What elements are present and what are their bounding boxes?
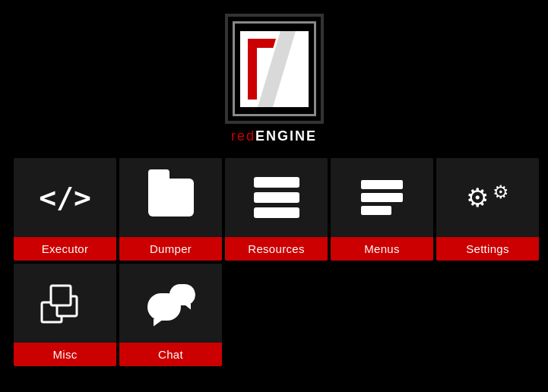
chat-button[interactable]: Chat [119,264,222,366]
logo-svg [236,27,312,111]
chat-icon-area [119,264,222,343]
misc-icon [40,283,90,324]
dumper-button[interactable]: Dumper [119,158,222,261]
chat-icon [146,283,195,324]
dumper-label: Dumper [119,237,222,261]
settings-icon-area: ⚙ ⚙ [436,158,539,237]
resources-label: Resources [225,237,328,261]
res-bar-2 [254,192,299,203]
resources-button[interactable]: Resources [225,158,328,261]
grid-container: </> Executor Dumper Resources [0,158,548,366]
logo-container: redENGINE [225,14,324,144]
resources-icon [254,177,299,218]
settings-button[interactable]: ⚙ ⚙ Settings [436,158,539,261]
svg-rect-9 [51,286,71,305]
bubble-small [169,284,195,305]
menus-button[interactable]: Menus [331,158,433,261]
misc-button[interactable]: Misc [14,264,116,366]
logo-red-text: red [231,128,255,144]
logo-inner [233,21,316,116]
logo-box [225,14,324,124]
executor-icon-area: </> [14,158,116,237]
res-bar-3 [254,207,299,218]
grid-row-1: </> Executor Dumper Resources [14,158,539,261]
chat-label: Chat [119,343,222,366]
executor-button[interactable]: </> Executor [14,158,116,261]
menus-icon-area [331,158,433,237]
logo-white-text: ENGINE [255,128,317,144]
settings-icon: ⚙ ⚙ [466,182,509,213]
executor-icon: </> [39,181,91,214]
misc-cubes-svg [40,283,90,324]
logo-text: redENGINE [231,128,317,144]
settings-label: Settings [436,237,539,261]
res-bar-1 [254,177,299,188]
gear-icon-large: ⚙ [466,182,489,213]
grid-row-2: Misc Chat [14,264,222,366]
menu-line-2 [361,193,403,202]
misc-icon-area [14,264,116,343]
menus-icon [361,180,403,215]
menu-line-1 [361,180,403,189]
misc-label: Misc [14,343,116,366]
dumper-icon-area [119,158,222,237]
gear-icon-small: ⚙ [493,182,509,203]
menus-label: Menus [331,237,433,261]
folder-icon [148,179,194,217]
menu-line-3 [361,206,391,215]
executor-label: Executor [14,237,116,261]
resources-icon-area [225,158,328,237]
